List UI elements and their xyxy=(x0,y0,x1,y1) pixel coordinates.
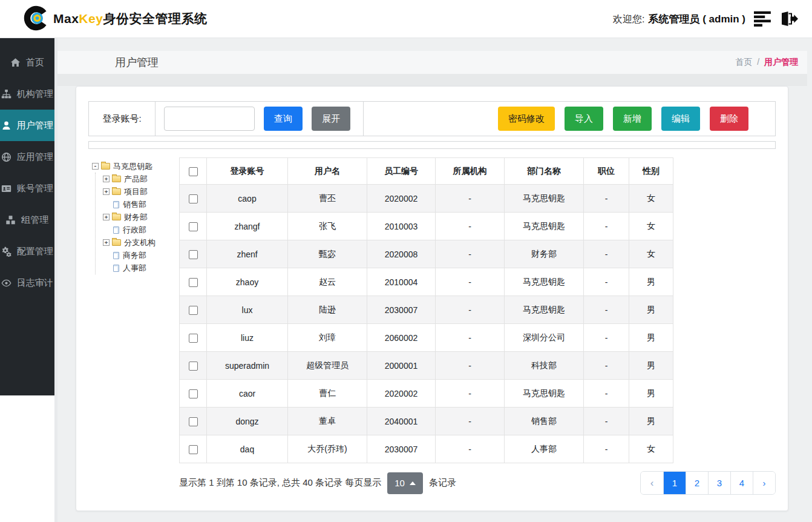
pagination-page-1[interactable]: 1 xyxy=(663,472,686,494)
table-cell: - xyxy=(584,240,629,268)
expand-icon[interactable]: + xyxy=(103,214,110,220)
pagination-page-3[interactable]: 3 xyxy=(708,472,730,494)
breadcrumb-home-link[interactable]: 首页 xyxy=(735,57,752,67)
row-checkbox[interactable] xyxy=(189,362,198,371)
table-row[interactable]: caor曹仁2020002-马克思钥匙-男 xyxy=(180,380,673,408)
tree-node-项目部[interactable]: +项目部 xyxy=(103,185,179,198)
select-all-checkbox[interactable] xyxy=(189,167,198,176)
sidebar-item-账号管理[interactable]: 账号管理 xyxy=(0,173,54,204)
tree-node-分支机构[interactable]: +分支机构 xyxy=(103,236,179,249)
table-cell: 男 xyxy=(629,408,673,435)
sidebar-item-组管理[interactable]: 组管理 xyxy=(0,204,54,236)
edit-button[interactable]: 编辑 xyxy=(661,107,700,131)
sidebar-item-应用管理[interactable]: 应用管理 xyxy=(0,141,54,173)
change-password-button[interactable]: 密码修改 xyxy=(498,107,555,131)
pagination-page-2[interactable]: 2 xyxy=(686,472,708,494)
sidebar-item-label: 用户管理 xyxy=(17,120,53,131)
column-header-职位: 职位 xyxy=(584,158,629,185)
table-row[interactable]: zhaoy赵云2010004-马克思钥匙-男 xyxy=(180,268,673,296)
add-button[interactable]: 新增 xyxy=(613,107,652,131)
row-checkbox[interactable] xyxy=(189,222,198,231)
sidebar-item-首页[interactable]: 首页 xyxy=(0,47,54,78)
tree-node-财务部[interactable]: +财务部 xyxy=(103,211,179,223)
query-button[interactable]: 查询 xyxy=(264,107,303,131)
row-checkbox[interactable] xyxy=(189,306,198,315)
table-row[interactable]: liuz刘璋2060002-深圳分公司-男 xyxy=(180,324,673,352)
row-checkbox[interactable] xyxy=(189,445,198,454)
page-size-select[interactable]: 10 xyxy=(387,472,423,494)
sidebar-item-label: 账号管理 xyxy=(17,183,53,194)
table-cell: 财务部 xyxy=(505,240,584,268)
expand-icon[interactable]: + xyxy=(103,239,110,246)
tree-node-销售部[interactable]: 销售部 xyxy=(103,198,179,211)
delete-button[interactable]: 删除 xyxy=(710,107,748,131)
folder-icon xyxy=(112,188,121,195)
sidebar-item-配置管理[interactable]: 配置管理 xyxy=(0,236,54,267)
expand-icon[interactable]: + xyxy=(103,176,110,182)
user-table: 登录账号用户名员工编号所属机构部门名称职位性别 caop曹丕2020002-马克… xyxy=(179,157,673,463)
logout-icon[interactable] xyxy=(781,11,799,27)
table-cell: - xyxy=(584,268,629,296)
table-row[interactable]: superadmin超级管理员2000001-科技部-男 xyxy=(180,352,673,380)
list-icon[interactable] xyxy=(754,11,772,27)
table-cell: 张飞 xyxy=(288,213,367,240)
row-checkbox-cell xyxy=(180,296,207,324)
table-row[interactable]: lux陆逊2030007-马克思钥匙-男 xyxy=(180,296,673,324)
table-cell: 男 xyxy=(629,324,673,352)
content-area: 用户管理 首页 / 用户管理 登录账号: 查询 展开 xyxy=(57,38,812,522)
table-cell: liuz xyxy=(207,324,288,352)
tree-node-产品部[interactable]: +产品部 xyxy=(103,173,179,185)
pagination-prev[interactable]: ‹ xyxy=(641,472,663,494)
row-checkbox[interactable] xyxy=(189,389,198,398)
expand-button[interactable]: 展开 xyxy=(312,107,350,131)
table-row[interactable]: dongz董卓2040001-销售部-男 xyxy=(180,408,673,435)
table-cell: 2040001 xyxy=(367,408,436,435)
file-icon xyxy=(113,226,119,234)
table-cell: 马克思钥匙 xyxy=(505,296,584,324)
pagination-page-4[interactable]: 4 xyxy=(730,472,753,494)
row-checkbox[interactable] xyxy=(189,334,198,343)
tree-node-行政部[interactable]: 行政部 xyxy=(103,223,179,236)
row-checkbox[interactable] xyxy=(189,194,198,203)
table-cell: 曹仁 xyxy=(288,380,367,408)
row-checkbox[interactable] xyxy=(189,417,198,426)
login-account-input[interactable] xyxy=(164,107,255,131)
tree-node-label: 产品部 xyxy=(124,174,148,185)
divider-band xyxy=(57,74,807,86)
row-checkbox-cell xyxy=(180,268,207,296)
table-cell: caop xyxy=(207,185,288,213)
tree-node-商务部[interactable]: 商务部 xyxy=(103,249,179,262)
import-button[interactable]: 导入 xyxy=(565,107,603,131)
table-cell: - xyxy=(584,185,629,213)
gears-icon xyxy=(1,246,11,257)
collapse-icon[interactable]: - xyxy=(92,163,99,170)
table-row[interactable]: daq大乔(乔玮)2030007-人事部-女 xyxy=(180,435,673,463)
sidebar-item-机构管理[interactable]: 机构管理 xyxy=(0,78,54,110)
pagination-bar: 显示第 1 到第 10 条记录, 总共 40 条记录 每页显示 10 条记录 ‹… xyxy=(179,471,776,495)
current-user: 系统管理员 ( admin ) xyxy=(648,13,745,25)
table-cell: - xyxy=(584,380,629,408)
expand-icon[interactable]: + xyxy=(103,188,110,195)
table-row[interactable]: zhenf甄宓2020008-财务部-女 xyxy=(180,240,673,268)
tree-node-label: 人事部 xyxy=(123,263,146,274)
row-checkbox[interactable] xyxy=(189,250,198,259)
open-folder-icon xyxy=(101,163,110,170)
row-checkbox-cell xyxy=(180,240,207,268)
tree-root-node[interactable]: -马克思钥匙 xyxy=(92,160,179,173)
tree-node-label: 行政部 xyxy=(123,225,146,236)
sidebar-item-label: 机构管理 xyxy=(17,88,53,100)
table-row[interactable]: caop曹丕2020002-马克思钥匙-女 xyxy=(180,185,673,213)
column-header-登录账号: 登录账号 xyxy=(207,158,288,185)
table-cell: superadmin xyxy=(207,352,288,380)
sidebar-item-日志审计[interactable]: 日志审计 xyxy=(0,267,54,299)
file-icon xyxy=(113,252,119,259)
table-cell: 2030007 xyxy=(367,435,436,463)
tree-node-人事部[interactable]: 人事部 xyxy=(103,262,179,274)
table-cell: - xyxy=(436,324,505,352)
table-row[interactable]: zhangf张飞2010003-马克思钥匙-女 xyxy=(180,213,673,240)
pagination-summary-suffix: 条记录 xyxy=(429,477,456,489)
maxkey-logo-icon xyxy=(23,4,51,33)
pagination-next[interactable]: › xyxy=(753,472,775,494)
row-checkbox[interactable] xyxy=(189,278,198,287)
sidebar-item-用户管理[interactable]: 用户管理 xyxy=(0,110,54,141)
